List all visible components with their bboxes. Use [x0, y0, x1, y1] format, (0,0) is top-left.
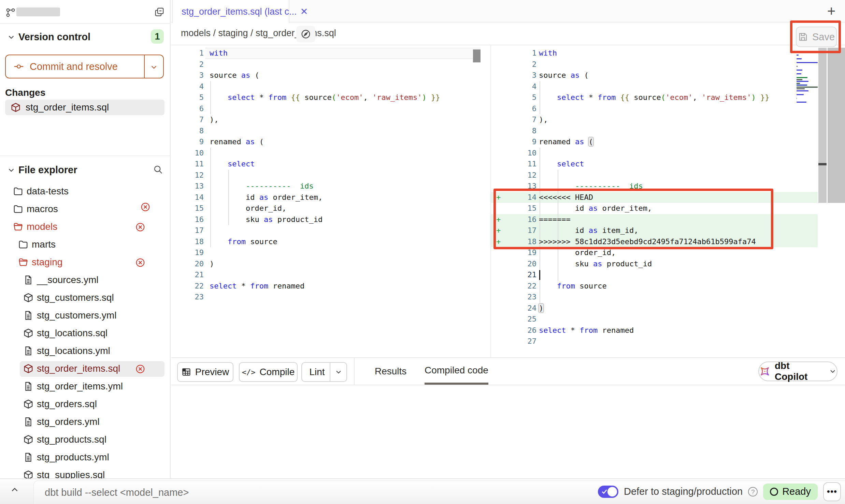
code-line: <<<<<<< HEAD — [539, 192, 593, 203]
folder-icon — [13, 186, 24, 197]
copy-icon[interactable] — [154, 7, 164, 17]
code-line: >>>>>>> 58c1dd23d5eebd9cd2495fa7124ab61b… — [539, 236, 756, 248]
code-line: ======= — [539, 214, 571, 225]
file-item-label: stg_products.sql — [37, 434, 106, 445]
lineage-button[interactable] — [296, 26, 315, 42]
lint-button[interactable]: Lint — [301, 362, 347, 382]
commit-dropdown-chevron-icon[interactable] — [149, 63, 158, 72]
save-button[interactable]: Save — [796, 27, 837, 47]
commit-and-resolve-button[interactable]: Commit and resolve — [5, 55, 164, 78]
editor-header: models / staging / stg_order_items.sql — [171, 23, 845, 45]
tab-results[interactable]: Results — [375, 358, 406, 385]
file-item-stg-locations-yml[interactable]: stg_locations.yml — [0, 342, 171, 360]
file-item-label: staging — [32, 257, 62, 268]
window-scrollbar[interactable] — [828, 48, 845, 203]
model-cube-icon — [11, 102, 21, 113]
file-item-label: stg_customers.yml — [37, 310, 116, 321]
minimap[interactable] — [797, 55, 818, 105]
sidebar-header — [0, 0, 171, 24]
file-item-stg-customers-sql[interactable]: stg_customers.sql — [0, 289, 171, 307]
line-number: 17 — [180, 225, 204, 236]
diff-added-marker: + — [496, 192, 501, 203]
dbt-copilot-button[interactable]: dbt Copilot — [758, 361, 837, 381]
copilot-label: dbt Copilot — [775, 360, 825, 382]
code-icon: </> — [242, 368, 256, 376]
changed-file-label: stg_order_items.sql — [26, 102, 109, 113]
lint-dropdown-chevron-icon[interactable] — [334, 368, 343, 376]
tab-close-icon[interactable]: ✕ — [300, 6, 308, 17]
file-item-data-tests[interactable]: data-tests — [0, 183, 171, 201]
line-number: 11 — [180, 159, 204, 170]
branch-name-placeholder[interactable] — [16, 8, 60, 16]
file-item-stg-locations-sql[interactable]: stg_locations.sql — [0, 325, 171, 342]
file-item-stg-order-items-yml[interactable]: stg_order_items.yml — [0, 378, 171, 396]
discard-change-icon[interactable] — [135, 364, 145, 374]
code-line: ) — [210, 258, 214, 270]
file-item-macros[interactable]: macros — [0, 201, 171, 218]
file-explorer-chevron-icon[interactable] — [7, 166, 16, 175]
file-item-label: stg_locations.sql — [37, 328, 108, 339]
file-item-staging[interactable]: staging — [0, 254, 171, 271]
more-options-button[interactable]: ••• — [823, 482, 841, 501]
branch-icon[interactable] — [5, 8, 16, 18]
help-icon[interactable]: ? — [748, 487, 758, 496]
file-item-stg-products-sql[interactable]: stg_products.sql — [0, 431, 171, 449]
file-item-stg-orders-yml[interactable]: stg_orders.yml — [0, 413, 171, 431]
toggle-knob — [607, 487, 617, 496]
line-number: 15 — [180, 203, 204, 214]
file-icon — [23, 417, 34, 428]
minimap-scrollbar-handle[interactable] — [818, 163, 827, 165]
discard-change-icon[interactable] — [135, 257, 145, 268]
collapse-chevron-icon[interactable] — [10, 485, 23, 498]
file-item--sources-yml[interactable]: __sources.yml — [0, 271, 171, 289]
status-label: Ready — [782, 486, 811, 497]
sidebar-divider — [0, 155, 171, 156]
file-item-stg-orders-sql[interactable]: stg_orders.sql — [0, 396, 171, 413]
line-number: 1 — [180, 48, 204, 59]
code-line: sku as product_id — [210, 214, 323, 225]
code-line: id as item_id, — [539, 225, 638, 236]
code-pane-last-commit[interactable]: 1with23source as (45 select * from {{ so… — [171, 45, 490, 357]
code-line: source as ( — [210, 70, 259, 81]
minimap-scrollbar[interactable] — [818, 48, 827, 203]
line-number: 11 — [513, 159, 536, 170]
file-item-label: stg_order_items.sql — [37, 363, 120, 374]
tab-label: stg_order_items.sql (last c... — [182, 6, 297, 17]
line-number: 19 — [180, 247, 204, 258]
file-item-stg-customers-yml[interactable]: stg_customers.yml — [0, 307, 171, 325]
code-pane-current[interactable]: 1with23source as (45 select * from {{ so… — [490, 45, 845, 357]
search-icon[interactable] — [153, 164, 163, 175]
line-number: 23 — [513, 292, 536, 303]
file-item-stg-products-yml[interactable]: stg_products.yml — [0, 449, 171, 466]
code-line: select — [210, 159, 255, 170]
file-item-label: stg_order_items.yml — [37, 381, 123, 392]
version-control-chevron-icon[interactable] — [7, 33, 16, 42]
table-icon — [182, 367, 191, 377]
file-item-models[interactable]: models — [0, 218, 171, 236]
tab-compiled-code[interactable]: Compiled code — [425, 358, 488, 385]
toolbar-divider — [354, 358, 355, 385]
file-icon — [23, 310, 34, 321]
tab-stg-order-items[interactable]: stg_order_items.sql (last c... ✕ — [172, 0, 289, 23]
left-scrollbar-thumb[interactable] — [473, 49, 481, 62]
line-number: 20 — [180, 258, 204, 270]
discard-change-icon[interactable] — [135, 222, 145, 232]
line-number: 5 — [513, 92, 536, 103]
file-item-marts[interactable]: marts — [0, 236, 171, 254]
new-tab-button[interactable]: + — [823, 3, 840, 20]
code-line: ---------- ids — [539, 181, 643, 192]
compile-label: Compile — [260, 367, 295, 377]
file-item-label: stg_orders.yml — [37, 416, 100, 427]
diff-added-marker: + — [496, 225, 501, 236]
compile-button[interactable]: </> Compile — [239, 362, 298, 382]
preview-button[interactable]: Preview — [177, 362, 233, 382]
code-line: select * from {{ source('ecom', 'raw_ite… — [539, 92, 770, 103]
file-item-stg-order-items-sql[interactable]: stg_order_items.sql — [0, 360, 171, 378]
line-number: 9 — [513, 136, 536, 148]
line-number: 20 — [513, 258, 536, 270]
changed-file-item[interactable]: stg_order_items.sql — [5, 100, 164, 115]
line-number: 7 — [513, 114, 536, 125]
defer-toggle[interactable] — [598, 486, 618, 498]
code-line: select * from renamed — [539, 325, 634, 336]
line-number: 13 — [180, 181, 204, 192]
